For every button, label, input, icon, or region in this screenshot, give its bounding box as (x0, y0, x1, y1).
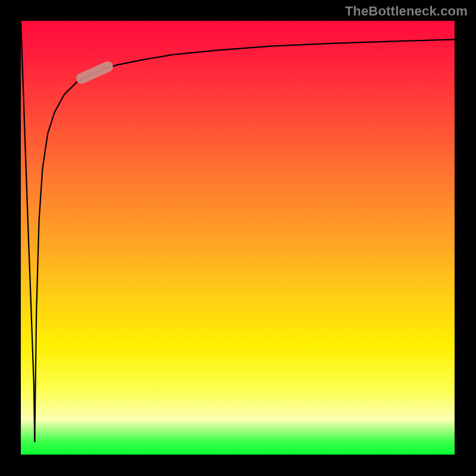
chart-frame: TheBottleneck.com (0, 0, 476, 476)
spike-path (21, 21, 35, 441)
curve-layer (21, 21, 455, 455)
plot-area (21, 21, 455, 455)
log-curve-path (35, 39, 455, 441)
attribution-text: TheBottleneck.com (345, 4, 468, 19)
